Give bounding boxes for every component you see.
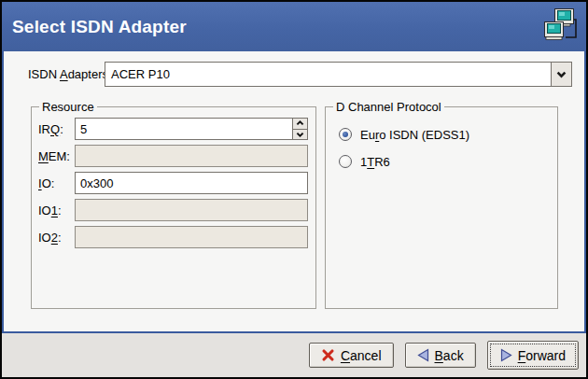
titlebar: Select ISDN Adapter [2, 2, 586, 51]
forward-button[interactable]: Forward [487, 341, 579, 370]
back-label: Back [435, 348, 464, 363]
cancel-label: Cancel [341, 348, 382, 363]
button-bar: Cancel Back Forward [2, 333, 586, 377]
radio-button-icon[interactable] [339, 155, 352, 168]
io1-input [75, 199, 308, 221]
content-panel: ISDN Adapters: ACER P10 Resource IRQ: [2, 51, 586, 333]
combobox-dropdown-button[interactable] [551, 63, 571, 86]
radio-1tr6-label: 1TR6 [360, 155, 390, 169]
d-channel-protocol-groupbox: D Channel Protocol Euro ISDN (EDSS1) 1TR… [325, 100, 558, 309]
dialog-window: Select ISDN Adapter ISDN Adapters: ACER … [0, 0, 588, 379]
spin-up-icon [296, 120, 304, 126]
io-label: IO: [38, 176, 75, 190]
io-row: IO: [38, 172, 308, 194]
io1-row: IO1: [38, 199, 308, 221]
mem-row: MEM: [38, 145, 308, 167]
io2-input [75, 226, 308, 248]
resource-groupbox: Resource IRQ: MEM: [31, 100, 316, 309]
io1-label: IO1: [38, 204, 75, 218]
irq-row: IRQ: [38, 118, 308, 140]
io2-label: IO2: [38, 231, 75, 245]
radio-euro-isdn[interactable]: Euro ISDN (EDSS1) [339, 127, 550, 142]
io-input[interactable] [75, 172, 308, 194]
d-channel-protocol-legend: D Channel Protocol [333, 100, 444, 114]
irq-spinbox[interactable] [75, 118, 308, 140]
spin-down-icon [296, 132, 304, 137]
arrow-left-icon [417, 348, 429, 362]
irq-spin-down-button[interactable] [293, 129, 307, 140]
chevron-down-icon [556, 71, 567, 78]
io2-row: IO2: [38, 226, 308, 248]
irq-spin-buttons [292, 119, 307, 139]
radio-euro-isdn-label: Euro ISDN (EDSS1) [360, 128, 469, 142]
forward-label: Forward [518, 348, 566, 363]
mem-label: MEM: [38, 149, 75, 163]
isdn-adapters-label: ISDN Adapters: [28, 62, 112, 87]
label-text: ISDN [28, 67, 60, 81]
dialog-title: Select ISDN Adapter [2, 17, 187, 37]
irq-label: IRQ: [38, 122, 75, 136]
arrow-right-icon [500, 348, 512, 362]
cancel-x-icon [321, 348, 335, 362]
back-button[interactable]: Back [405, 343, 476, 368]
irq-input[interactable] [76, 119, 292, 139]
radio-button-icon[interactable] [339, 128, 352, 141]
irq-spin-up-button[interactable] [293, 119, 307, 129]
network-computers-icon [542, 7, 580, 46]
cancel-button[interactable]: Cancel [309, 343, 394, 368]
combobox-value: ACER P10 [105, 63, 551, 86]
mem-input [75, 145, 308, 167]
label-mnemonic: A [60, 67, 68, 81]
resource-legend: Resource [39, 100, 97, 114]
isdn-adapters-combobox[interactable]: ACER P10 [105, 62, 572, 87]
radio-1tr6[interactable]: 1TR6 [339, 154, 550, 169]
